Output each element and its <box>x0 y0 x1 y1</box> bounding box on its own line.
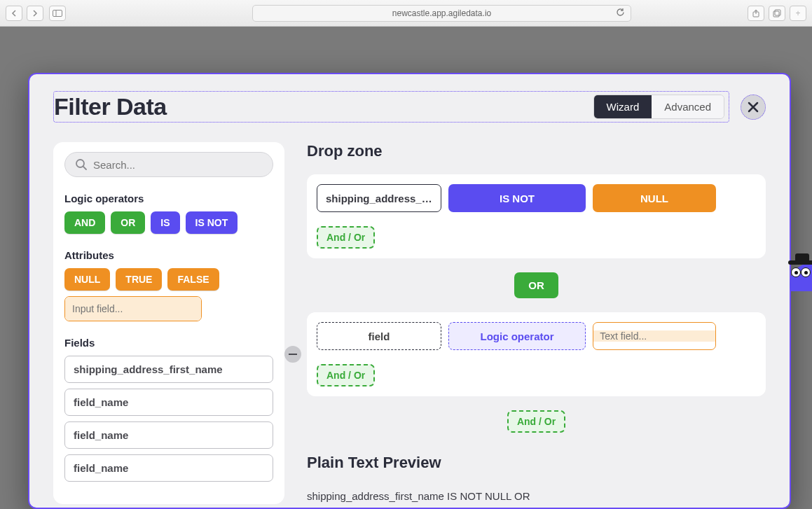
attr-chip-false[interactable]: FALSE <box>167 268 219 291</box>
logic-chip-is-not[interactable]: IS NOT <box>186 211 238 234</box>
search-field[interactable] <box>64 152 273 177</box>
logic-operators-header: Logic operators <box>64 193 273 204</box>
filter-data-modal: Filter Data Wizard Advanced Logic operat… <box>28 73 791 509</box>
svg-rect-7 <box>289 354 297 355</box>
reload-icon[interactable] <box>616 8 625 19</box>
attributes-header: Attributes <box>64 249 273 261</box>
tab-wizard[interactable]: Wizard <box>594 95 652 118</box>
drop-zone-header: Drop zone <box>307 142 766 160</box>
row1-andor-slot[interactable]: And / Or <box>317 226 375 249</box>
row2-andor-slot[interactable]: And / Or <box>317 364 375 386</box>
remove-row-button[interactable] <box>284 346 301 363</box>
field-item[interactable]: field_name <box>64 389 273 416</box>
row1-field-token[interactable]: shipping_address_f... <box>317 184 441 212</box>
row2-operator-slot[interactable]: Logic operator <box>448 322 586 350</box>
attr-chip-null[interactable]: NULL <box>64 268 110 291</box>
trailing-andor-slot[interactable]: And / Or <box>507 410 565 433</box>
svg-rect-0 <box>53 10 62 16</box>
close-icon <box>747 101 759 113</box>
tab-advanced[interactable]: Advanced <box>652 95 724 118</box>
svg-rect-4 <box>775 10 780 15</box>
address-text: newcastle.app.agiledata.io <box>392 8 491 18</box>
search-input[interactable] <box>93 159 263 171</box>
filter-row-2: field Logic operator ABC And / Or <box>307 312 766 396</box>
row1-operator-token[interactable]: IS NOT <box>448 184 586 212</box>
svg-point-5 <box>76 160 84 167</box>
field-item[interactable]: shipping_address_first_name <box>64 356 273 383</box>
preview-text: shipping_address_first_name IS NOT NULL … <box>307 490 766 502</box>
viewport: Filter Data Wizard Advanced Logic operat… <box>0 27 812 509</box>
minus-icon <box>289 354 297 355</box>
fields-header: Fields <box>64 337 273 349</box>
mode-tabs: Wizard Advanced <box>593 95 724 119</box>
tabs-button[interactable] <box>769 6 785 21</box>
connector-or[interactable]: OR <box>514 272 558 298</box>
svg-line-6 <box>83 167 86 169</box>
close-button[interactable] <box>741 95 766 120</box>
field-item[interactable]: field_name <box>64 421 273 449</box>
row2-text-input[interactable] <box>593 330 716 342</box>
address-bar[interactable]: newcastle.app.agiledata.io <box>252 5 631 22</box>
forward-button[interactable] <box>27 6 43 21</box>
attr-chip-true[interactable]: TRUE <box>116 268 162 291</box>
row2-text-slot[interactable]: ABC <box>593 322 716 350</box>
logic-chip-and[interactable]: AND <box>64 211 105 234</box>
filter-row-1: shipping_address_f... IS NOT NULL And / … <box>307 174 766 258</box>
modal-title: Filter Data <box>54 93 167 120</box>
svg-rect-3 <box>773 11 779 17</box>
sidebar-toggle-button[interactable] <box>49 6 66 21</box>
preview-header: Plain Text Preview <box>307 454 766 472</box>
row2-field-slot[interactable]: field <box>317 322 441 350</box>
browser-toolbar: newcastle.app.agiledata.io + <box>0 0 812 27</box>
search-icon <box>75 158 88 171</box>
new-tab-button[interactable]: + <box>790 6 806 21</box>
attr-input-field[interactable] <box>65 297 202 321</box>
palette-panel: Logic operators AND OR IS IS NOT Attribu… <box>53 142 284 504</box>
drop-zone-canvas: Drop zone shipping_address_f... IS NOT N… <box>307 142 766 504</box>
field-item[interactable]: field_name <box>64 454 273 482</box>
attr-input-chip[interactable] <box>64 296 202 321</box>
back-button[interactable] <box>6 6 22 21</box>
share-button[interactable] <box>748 6 764 21</box>
logic-chip-is[interactable]: IS <box>151 211 179 234</box>
logic-chip-or[interactable]: OR <box>111 211 145 234</box>
row1-attribute-token[interactable]: NULL <box>593 184 716 212</box>
